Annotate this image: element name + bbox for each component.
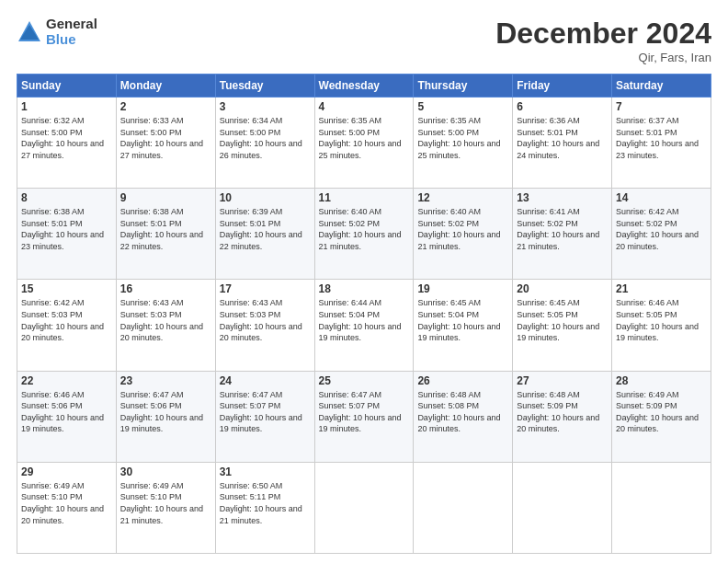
logo-icon (17, 19, 42, 45)
col-friday: Friday (513, 75, 612, 98)
logo-blue: Blue (46, 32, 97, 48)
empty-cell (414, 462, 513, 553)
day-number: 5 (417, 100, 508, 113)
cell-content: Sunrise: 6:50 AM Sunset: 5:11 PM Dayligh… (220, 480, 311, 526)
day-number: 12 (417, 191, 508, 204)
cell-content: Sunrise: 6:38 AM Sunset: 5:01 PM Dayligh… (21, 206, 112, 252)
table-row: 16 Sunrise: 6:43 AM Sunset: 5:03 PM Dayl… (116, 280, 215, 371)
cell-content: Sunrise: 6:49 AM Sunset: 5:10 PM Dayligh… (21, 480, 112, 526)
col-thursday: Thursday (414, 75, 513, 98)
table-row: 30 Sunrise: 6:49 AM Sunset: 5:10 PM Dayl… (116, 462, 215, 553)
page: General Blue December 2024 Qir, Fars, Ir… (0, 0, 728, 563)
cell-content: Sunrise: 6:41 AM Sunset: 5:02 PM Dayligh… (517, 206, 608, 252)
table-row: 31 Sunrise: 6:50 AM Sunset: 5:11 PM Dayl… (215, 462, 314, 553)
table-row: 19 Sunrise: 6:45 AM Sunset: 5:04 PM Dayl… (414, 280, 513, 371)
cell-content: Sunrise: 6:43 AM Sunset: 5:03 PM Dayligh… (120, 297, 211, 343)
day-number: 15 (21, 282, 112, 295)
col-saturday: Saturday (612, 75, 711, 98)
col-sunday: Sunday (17, 75, 117, 98)
day-number: 19 (417, 282, 508, 295)
cell-content: Sunrise: 6:39 AM Sunset: 5:01 PM Dayligh… (220, 206, 311, 252)
day-number: 8 (21, 191, 112, 204)
day-number: 26 (417, 374, 508, 387)
table-row: 5 Sunrise: 6:35 AM Sunset: 5:00 PM Dayli… (414, 98, 513, 189)
day-number: 18 (319, 282, 410, 295)
cell-content: Sunrise: 6:47 AM Sunset: 5:06 PM Dayligh… (120, 389, 211, 435)
table-row: 14 Sunrise: 6:42 AM Sunset: 5:02 PM Dayl… (612, 189, 711, 280)
day-number: 24 (220, 374, 311, 387)
empty-cell (314, 462, 414, 553)
cell-content: Sunrise: 6:47 AM Sunset: 5:07 PM Dayligh… (220, 389, 311, 435)
cell-content: Sunrise: 6:46 AM Sunset: 5:06 PM Dayligh… (21, 389, 112, 435)
svg-marker-1 (20, 25, 39, 40)
title-block: December 2024 Qir, Fars, Iran (495, 17, 711, 64)
calendar-week-row: 29 Sunrise: 6:49 AM Sunset: 5:10 PM Dayl… (17, 462, 711, 553)
logo-general: General (46, 17, 97, 32)
cell-content: Sunrise: 6:44 AM Sunset: 5:04 PM Dayligh… (319, 297, 410, 343)
cell-content: Sunrise: 6:34 AM Sunset: 5:00 PM Dayligh… (220, 115, 311, 161)
day-number: 28 (616, 374, 707, 387)
empty-cell (612, 462, 711, 553)
table-row: 23 Sunrise: 6:47 AM Sunset: 5:06 PM Dayl… (116, 371, 215, 462)
table-row: 10 Sunrise: 6:39 AM Sunset: 5:01 PM Dayl… (215, 189, 314, 280)
calendar-week-row: 8 Sunrise: 6:38 AM Sunset: 5:01 PM Dayli… (17, 189, 711, 280)
cell-content: Sunrise: 6:45 AM Sunset: 5:05 PM Dayligh… (517, 297, 608, 343)
day-number: 16 (120, 282, 211, 295)
day-number: 29 (21, 465, 112, 478)
table-row: 13 Sunrise: 6:41 AM Sunset: 5:02 PM Dayl… (513, 189, 612, 280)
table-row: 4 Sunrise: 6:35 AM Sunset: 5:00 PM Dayli… (314, 98, 414, 189)
logo-text: General Blue (46, 17, 97, 47)
col-monday: Monday (116, 75, 215, 98)
calendar-week-row: 15 Sunrise: 6:42 AM Sunset: 5:03 PM Dayl… (17, 280, 711, 371)
table-row: 1 Sunrise: 6:32 AM Sunset: 5:00 PM Dayli… (17, 98, 117, 189)
day-number: 27 (517, 374, 608, 387)
table-row: 9 Sunrise: 6:38 AM Sunset: 5:01 PM Dayli… (116, 189, 215, 280)
cell-content: Sunrise: 6:45 AM Sunset: 5:04 PM Dayligh… (417, 297, 508, 343)
table-row: 27 Sunrise: 6:48 AM Sunset: 5:09 PM Dayl… (513, 371, 612, 462)
col-tuesday: Tuesday (215, 75, 314, 98)
cell-content: Sunrise: 6:33 AM Sunset: 5:00 PM Dayligh… (120, 115, 211, 161)
cell-content: Sunrise: 6:42 AM Sunset: 5:03 PM Dayligh… (21, 297, 112, 343)
cell-content: Sunrise: 6:38 AM Sunset: 5:01 PM Dayligh… (120, 206, 211, 252)
day-number: 30 (120, 465, 211, 478)
day-number: 9 (120, 191, 211, 204)
day-number: 21 (616, 282, 707, 295)
table-row: 29 Sunrise: 6:49 AM Sunset: 5:10 PM Dayl… (17, 462, 117, 553)
day-number: 22 (21, 374, 112, 387)
table-row: 17 Sunrise: 6:43 AM Sunset: 5:03 PM Dayl… (215, 280, 314, 371)
table-row: 2 Sunrise: 6:33 AM Sunset: 5:00 PM Dayli… (116, 98, 215, 189)
table-row: 28 Sunrise: 6:49 AM Sunset: 5:09 PM Dayl… (612, 371, 711, 462)
table-row: 22 Sunrise: 6:46 AM Sunset: 5:06 PM Dayl… (17, 371, 117, 462)
cell-content: Sunrise: 6:42 AM Sunset: 5:02 PM Dayligh… (616, 206, 707, 252)
cell-content: Sunrise: 6:37 AM Sunset: 5:01 PM Dayligh… (616, 115, 707, 161)
day-number: 14 (616, 191, 707, 204)
table-row: 7 Sunrise: 6:37 AM Sunset: 5:01 PM Dayli… (612, 98, 711, 189)
table-row: 21 Sunrise: 6:46 AM Sunset: 5:05 PM Dayl… (612, 280, 711, 371)
table-row: 25 Sunrise: 6:47 AM Sunset: 5:07 PM Dayl… (314, 371, 414, 462)
cell-content: Sunrise: 6:49 AM Sunset: 5:09 PM Dayligh… (616, 389, 707, 435)
day-number: 1 (21, 100, 112, 113)
calendar-week-row: 22 Sunrise: 6:46 AM Sunset: 5:06 PM Dayl… (17, 371, 711, 462)
cell-content: Sunrise: 6:35 AM Sunset: 5:00 PM Dayligh… (417, 115, 508, 161)
day-number: 4 (319, 100, 410, 113)
cell-content: Sunrise: 6:36 AM Sunset: 5:01 PM Dayligh… (517, 115, 608, 161)
cell-content: Sunrise: 6:46 AM Sunset: 5:05 PM Dayligh… (616, 297, 707, 343)
day-number: 25 (319, 374, 410, 387)
day-number: 6 (517, 100, 608, 113)
table-row: 11 Sunrise: 6:40 AM Sunset: 5:02 PM Dayl… (314, 189, 414, 280)
header: General Blue December 2024 Qir, Fars, Ir… (17, 17, 711, 64)
cell-content: Sunrise: 6:40 AM Sunset: 5:02 PM Dayligh… (417, 206, 508, 252)
cell-content: Sunrise: 6:48 AM Sunset: 5:09 PM Dayligh… (517, 389, 608, 435)
table-row: 8 Sunrise: 6:38 AM Sunset: 5:01 PM Dayli… (17, 189, 117, 280)
table-row: 12 Sunrise: 6:40 AM Sunset: 5:02 PM Dayl… (414, 189, 513, 280)
day-number: 20 (517, 282, 608, 295)
cell-content: Sunrise: 6:48 AM Sunset: 5:08 PM Dayligh… (417, 389, 508, 435)
day-number: 17 (220, 282, 311, 295)
logo: General Blue (17, 17, 97, 47)
day-number: 2 (120, 100, 211, 113)
empty-cell (513, 462, 612, 553)
table-row: 26 Sunrise: 6:48 AM Sunset: 5:08 PM Dayl… (414, 371, 513, 462)
day-number: 11 (319, 191, 410, 204)
cell-content: Sunrise: 6:32 AM Sunset: 5:00 PM Dayligh… (21, 115, 112, 161)
location: Qir, Fars, Iran (495, 51, 711, 64)
